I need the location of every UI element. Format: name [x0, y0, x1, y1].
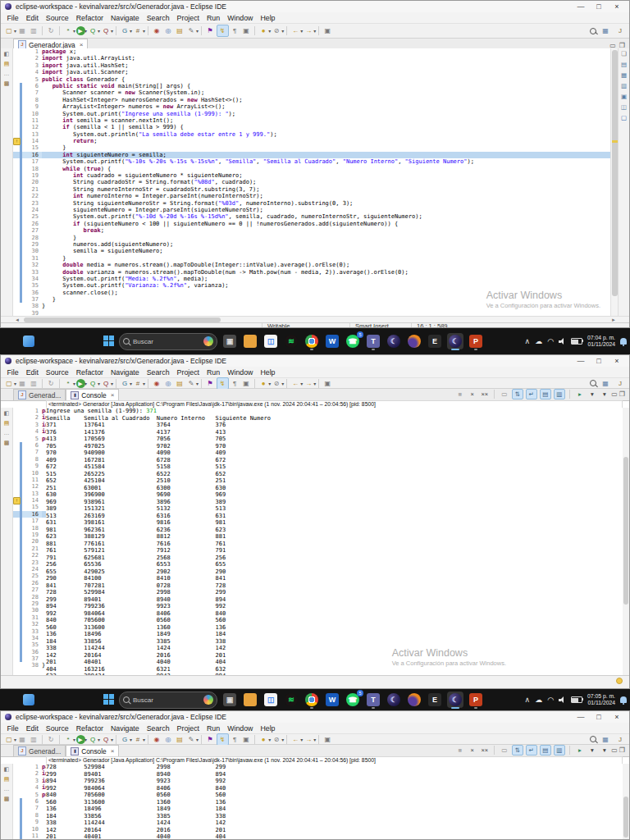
minimize-button[interactable]: — [572, 355, 590, 367]
new-package-icon[interactable]: # [133, 734, 144, 745]
new-package-icon-group[interactable]: #▾ [132, 734, 145, 745]
battery-icon[interactable] [571, 696, 582, 703]
scrollbar-thumb[interactable] [623, 457, 628, 605]
pin-console-icon[interactable]: ▸ [575, 746, 585, 755]
forward-icon[interactable]: → [304, 25, 314, 36]
search-icon[interactable] [590, 380, 596, 386]
open-type-icon[interactable]: ◉ [152, 25, 162, 36]
external-tools-icon-group[interactable]: ✎▾ [185, 25, 199, 36]
new-package-icon[interactable]: # [133, 378, 144, 389]
close-button[interactable]: × [608, 355, 626, 367]
restore-pane-icon[interactable]: ❏ [620, 50, 628, 57]
taskbar-app-file-explorer[interactable] [242, 333, 258, 349]
declaration-icon[interactable]: ◫ [620, 103, 628, 111]
new-wizard-icon[interactable]: ▢ [4, 734, 15, 745]
skip-breakpoints-icon-group[interactable]: ⊘▾ [271, 25, 284, 36]
widgets-icon[interactable] [23, 336, 34, 347]
coverage-icon[interactable]: Q [101, 25, 112, 36]
mark-occurrences-icon[interactable]: ¶ [230, 734, 240, 745]
debug-icon-group[interactable]: *▾ [62, 734, 75, 745]
minimize-button[interactable]: — [572, 711, 590, 723]
code-line[interactable]: 20 String cuadradoStr = String.format("%… [13, 179, 611, 185]
menu-search[interactable]: Search [143, 14, 173, 22]
new-package-icon-group[interactable]: #▾ [132, 378, 145, 389]
skip-breakpoints-icon[interactable]: ⊘ [272, 734, 282, 745]
tip-lightbulb-icon[interactable] [616, 678, 623, 684]
dropdown-arrow-icon[interactable]: ▾ [111, 28, 113, 34]
menu-edit[interactable]: Edit [22, 14, 42, 22]
taskbar-app-spotify[interactable]: ≋ [283, 692, 299, 708]
notification-bell-icon[interactable] [620, 696, 627, 703]
new-package-icon[interactable]: # [133, 25, 144, 36]
code-line[interactable]: 34 System.out.printf("Media: %.2f%n", me… [13, 276, 611, 282]
skip-breakpoints-icon-group[interactable]: ⊘▾ [271, 378, 284, 389]
code-line[interactable]: 17 System.out.printf("%-10s %-20s %-15s … [13, 158, 611, 165]
menu-help[interactable]: Help [257, 368, 279, 377]
taskbar-app-file-explorer[interactable] [242, 692, 258, 708]
code-line[interactable]: 24 siguienteNumero = Integer.parseInt(si… [13, 207, 611, 213]
code-line[interactable]: 30 semilla = siguienteNumero; [13, 248, 611, 254]
show-on-output-icon[interactable]: ▤ [540, 745, 551, 756]
tab-console[interactable]: ▮ Console × [66, 745, 119, 756]
save-icon[interactable]: ▦ [17, 25, 28, 36]
show-on-output-icon[interactable]: ▤ [540, 389, 551, 399]
remove-launch-icon[interactable]: × [468, 746, 477, 755]
widgets-icon[interactable] [23, 694, 34, 705]
new-wizard-icon-group[interactable]: ▢▾ [3, 378, 16, 389]
java-perspective-icon[interactable]: J [615, 378, 626, 389]
code-line[interactable]: 11 int semilla = scanner.nextInt(); [13, 117, 611, 124]
more-views-icon[interactable]: … [2, 785, 11, 792]
code-line[interactable]: 32 double media = numeros.stream().mapTo… [13, 262, 611, 268]
taskbar-app-firefox[interactable] [406, 333, 422, 349]
open-perspective-icon[interactable]: ▦ [600, 378, 611, 389]
javadoc-icon[interactable]: ▣ [620, 93, 628, 100]
build-all-icon[interactable]: ↻ [46, 25, 57, 36]
show-views-icon[interactable]: ▣ [241, 25, 252, 36]
dropdown-arrow-icon[interactable]: ▾ [111, 381, 113, 386]
pane-minmax-icons[interactable]: ▭❐ [611, 390, 627, 398]
plugin-icon[interactable]: ⚑ [205, 734, 216, 745]
console-output[interactable]: Ingrese una semilla (1-999): 371Semilla … [46, 408, 623, 675]
code-line[interactable]: 29 numeros.add(siguienteNumero); [13, 241, 611, 248]
last-edit-icon[interactable]: ▣ [322, 734, 333, 745]
junit-icon[interactable]: ▩ [2, 439, 11, 446]
display-console-icon[interactable]: ▾ [587, 390, 597, 399]
menu-run[interactable]: Run [203, 368, 223, 377]
menu-refactor[interactable]: Refactor [72, 724, 107, 733]
new-java-class-icon[interactable]: G [120, 378, 130, 389]
open-type-icon[interactable]: ◉ [152, 734, 162, 745]
tray-overflow-chevron-icon[interactable]: ∧ [525, 696, 531, 704]
junit-icon[interactable]: ▩ [2, 80, 11, 87]
open-perspective-icon[interactable]: ▦ [600, 734, 611, 745]
outline-icon[interactable]: ▤ [620, 61, 628, 68]
lightbulb-icon-group[interactable]: ●▾ [258, 25, 271, 36]
title-bar[interactable]: eclipse-workspace - kevinalvarez/src/x/G… [1, 1, 629, 12]
more-views-icon[interactable]: … [2, 70, 11, 77]
menu-search[interactable]: Search [143, 724, 173, 733]
new-wizard-icon-group[interactable]: ▢▾ [3, 734, 16, 745]
taskbar-app-spotify[interactable]: ≋ [283, 333, 299, 349]
lightbulb-icon[interactable]: ● [258, 25, 269, 36]
problems-icon[interactable]: ▥ [620, 82, 628, 89]
console-output[interactable]: 728 529984 2998 299299 89401 8940 894894… [46, 764, 623, 840]
dropdown-arrow-icon[interactable]: ▾ [313, 737, 316, 742]
coverage-icon-group[interactable]: Q▾ [100, 734, 113, 745]
scrollbar-thumb[interactable] [623, 797, 628, 838]
display-console-icon[interactable]: ▾ [587, 746, 597, 755]
code-line[interactable]: 1package x; [13, 48, 611, 55]
new-java-class-icon[interactable]: G [120, 734, 130, 745]
mark-occurrences-icon[interactable]: ¶ [230, 25, 240, 36]
terminate-icon[interactable]: ■ [455, 746, 465, 755]
copilot-icon[interactable] [203, 336, 213, 346]
menu-run[interactable]: Run [203, 14, 223, 22]
code-editor[interactable]: ◧▤…▩ 1package x;2import java.util.ArrayL… [1, 48, 629, 316]
dropdown-arrow-icon[interactable]: ▾ [14, 28, 16, 34]
save-all-icon[interactable]: ▥ [29, 378, 39, 389]
run-icon[interactable]: ▶ [76, 735, 85, 744]
show-views-icon[interactable]: ▣ [241, 378, 252, 389]
taskbar-app-firefox[interactable] [406, 692, 422, 708]
code-line[interactable]: 18 while (true) { [13, 166, 611, 172]
dropdown-arrow-icon[interactable]: ▾ [196, 28, 199, 34]
debug-icon[interactable]: * [63, 734, 74, 745]
menu-source[interactable]: Source [42, 724, 72, 733]
